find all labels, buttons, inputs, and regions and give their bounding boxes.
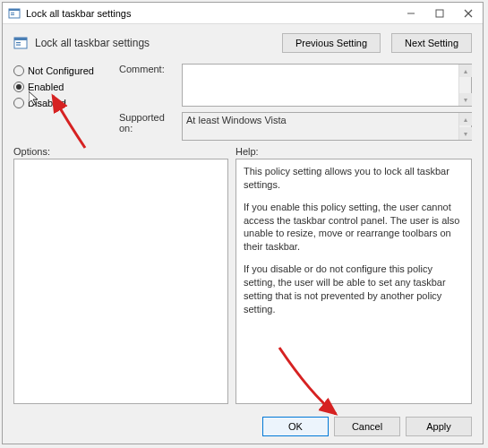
policy-title: Lock all taskbar settings [35, 37, 275, 49]
dialog-footer: OK Cancel Apply [3, 409, 483, 444]
scroll-down-icon[interactable]: ▾ [459, 93, 472, 106]
supported-on-field: At least Windows Vista ▴ ▾ [182, 112, 472, 141]
supported-on-text: At least Windows Vista [186, 115, 287, 125]
radio-not-configured[interactable]: Not Configured [13, 65, 119, 76]
window-icon [8, 7, 21, 20]
help-label: Help: [235, 146, 259, 157]
window-title: Lock all taskbar settings [26, 8, 397, 19]
scroll-up-icon[interactable]: ▴ [459, 113, 472, 125]
supported-on-label: Supported on: [119, 112, 182, 141]
options-label: Options: [13, 146, 235, 157]
title-bar: Lock all taskbar settings [3, 3, 483, 24]
close-button[interactable] [454, 4, 483, 23]
panels-row: This policy setting allows you to lock a… [3, 159, 483, 409]
svg-rect-1 [9, 9, 20, 11]
ok-button[interactable]: OK [262, 417, 329, 436]
help-paragraph: If you disable or do not configure this … [244, 263, 464, 315]
previous-setting-button[interactable]: Previous Setting [282, 33, 381, 53]
cancel-button[interactable]: Cancel [334, 417, 400, 436]
svg-rect-2 [11, 13, 14, 13]
scroll-down-icon[interactable]: ▾ [459, 127, 472, 140]
scrollbar[interactable]: ▴ ▾ [458, 113, 471, 140]
svg-rect-11 [16, 45, 21, 46]
svg-rect-10 [16, 42, 21, 43]
panel-labels: Options: Help: [3, 141, 483, 159]
window-controls [397, 4, 483, 23]
radio-label: Not Configured [28, 65, 94, 76]
options-panel [13, 159, 228, 404]
radio-label: Enabled [28, 82, 64, 92]
policy-icon [13, 36, 28, 50]
scroll-up-icon[interactable]: ▴ [459, 65, 472, 77]
comment-label: Comment: [119, 64, 182, 107]
comment-field[interactable]: ▴ ▾ [182, 64, 472, 107]
radio-label: Disabled [28, 98, 66, 108]
apply-button[interactable]: Apply [406, 417, 472, 436]
svg-rect-9 [14, 38, 27, 40]
radio-disabled[interactable]: Disabled [13, 98, 119, 108]
scrollbar[interactable]: ▴ ▾ [458, 65, 471, 106]
help-panel: This policy setting allows you to lock a… [235, 159, 472, 404]
radio-enabled[interactable]: Enabled [13, 82, 119, 92]
state-row: Not Configured Enabled Disabled Comment: [3, 64, 483, 141]
radio-indicator [13, 98, 24, 108]
svg-rect-3 [11, 14, 14, 15]
dialog-window: Lock all taskbar settings L [2, 2, 484, 444]
next-setting-button[interactable]: Next Setting [391, 33, 472, 53]
radio-group: Not Configured Enabled Disabled [13, 64, 119, 141]
radio-indicator [13, 82, 24, 92]
help-paragraph: If you enable this policy setting, the u… [244, 201, 464, 254]
help-paragraph: This policy setting allows you to lock a… [244, 165, 464, 192]
maximize-button[interactable] [425, 4, 454, 23]
minimize-button[interactable] [397, 4, 425, 23]
dialog-content: Lock all taskbar settings Previous Setti… [3, 24, 483, 444]
radio-indicator [13, 65, 24, 76]
svg-rect-5 [436, 10, 443, 17]
header-row: Lock all taskbar settings Previous Setti… [3, 24, 483, 64]
